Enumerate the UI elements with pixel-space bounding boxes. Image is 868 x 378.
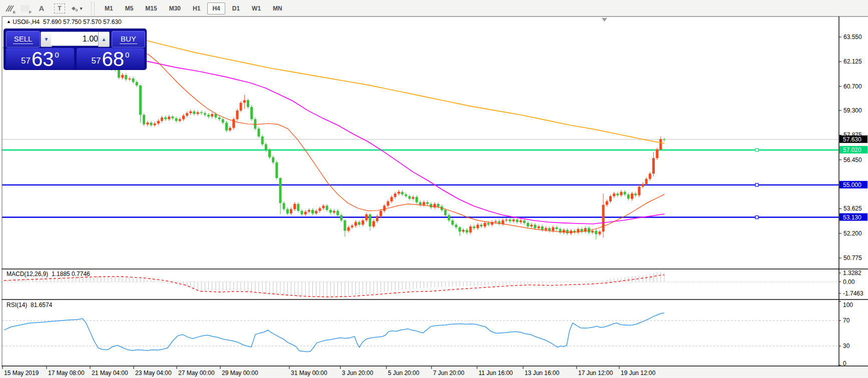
time-tick-label: 3 Jun 20:00	[342, 370, 373, 376]
price-tick-label: 56.450	[843, 156, 862, 164]
time-tick-label: 11 Jun 16:00	[479, 370, 513, 376]
sell-price-big: 63	[32, 50, 54, 68]
sell-price-handle: 57	[21, 56, 31, 66]
volume-decrease-button[interactable]: ▼	[41, 32, 52, 47]
time-tick-label: 13 Jun 16:00	[525, 370, 560, 376]
volume-increase-button[interactable]: ▲	[98, 32, 110, 47]
price-tick-label: 62.125	[843, 58, 862, 65]
hline-handle[interactable]	[755, 216, 758, 219]
macd-values: 1.1885 0.7746	[52, 270, 90, 278]
bid-price-badge-text: 57.630	[843, 136, 861, 143]
buy-price-display[interactable]: 57 68 0	[77, 48, 144, 69]
symbol-period-label: USOil-,H4	[13, 18, 40, 26]
buy-button[interactable]: BUY	[112, 31, 145, 48]
sell-button[interactable]: SELL	[6, 31, 40, 48]
sell-price-display[interactable]: 57 63 0	[6, 48, 74, 69]
hline-badge-57.020-text: 57.020	[843, 146, 861, 154]
time-tick-label: 21 May 04:00	[92, 370, 128, 376]
chart-title: ▲ USOil-,H4 57.690 57.750 57.570 57.630	[7, 18, 122, 26]
ohlc-quote-label: 57.690 57.750 57.570 57.630	[43, 18, 122, 26]
mt4-window: { "toolbar": { "icons": [ {"name":"chart…	[0, 0, 868, 378]
rsi-tick-label: 70	[843, 317, 850, 324]
price-tick-label: 60.700	[843, 83, 862, 90]
price-tick-label: 50.775	[843, 254, 862, 262]
buy-price-handle: 57	[92, 56, 101, 66]
price-tick-label: 53.625	[843, 205, 862, 212]
price-tick-label: 63.550	[843, 34, 862, 40]
time-tick-label: 19 Jun 12:00	[621, 370, 656, 376]
price-tick-label: 59.300	[843, 107, 862, 114]
hline-badge-57.020: 57.020	[839, 146, 867, 154]
time-tick-label: 5 Jun 20:00	[388, 370, 419, 376]
time-tick-label: 23 May 04:00	[135, 370, 172, 376]
bid-price-badge: 57.630	[839, 136, 867, 143]
time-tick-label: 31 May 00:00	[291, 370, 327, 376]
hline-badge-55.000: 55.000	[839, 181, 867, 188]
one-click-trading-panel: SELL ▼ ▲ BUY 57 63 0 57 68 0	[4, 29, 146, 70]
volume-input[interactable]	[51, 32, 101, 46]
macd-indicator-label: MACD(12,26,9) 1.1885 0.7746	[7, 270, 90, 278]
hline-badge-55.000-text: 55.000	[843, 182, 861, 188]
rsi-indicator-label: RSI(14) 81.6574	[7, 302, 52, 308]
pane-backgrounds	[0, 16, 868, 378]
time-tick-label: 17 May 08:00	[48, 370, 85, 376]
macd-tick-label: -1.7463	[843, 290, 863, 297]
buy-price-pip: 0	[125, 50, 129, 59]
hline-handle[interactable]	[755, 184, 758, 186]
hline-badge-53.130: 53.130	[839, 214, 867, 221]
macd-tick-label: 1.3282	[843, 270, 861, 276]
time-tick-label: 27 May 00:00	[178, 370, 215, 376]
time-tick-label: 7 Jun 20:00	[433, 370, 465, 376]
collapse-arrow-icon[interactable]: ▲	[7, 19, 11, 24]
time-tick-label: 17 Jun 12:00	[578, 370, 613, 376]
macd-name: MACD(12,26,9)	[7, 270, 48, 278]
rsi-tick-label: 0	[843, 360, 846, 367]
buy-price-big: 68	[102, 50, 125, 68]
time-tick-label: 29 May 00:00	[222, 370, 258, 376]
hline-badge-53.130-text: 53.130	[843, 214, 861, 221]
rsi-tick-label: 100	[843, 302, 853, 308]
rsi-value: 81.6574	[31, 302, 52, 308]
rsi-name: RSI(14)	[7, 302, 27, 308]
price-tick-label: 52.200	[843, 230, 862, 237]
time-tick-label: 15 May 2019	[4, 370, 39, 376]
sell-price-pip: 0	[55, 50, 59, 59]
macd-tick-label: 0.00	[843, 278, 855, 286]
rsi-tick-label: 30	[843, 342, 850, 350]
hline-handle[interactable]	[755, 148, 758, 152]
